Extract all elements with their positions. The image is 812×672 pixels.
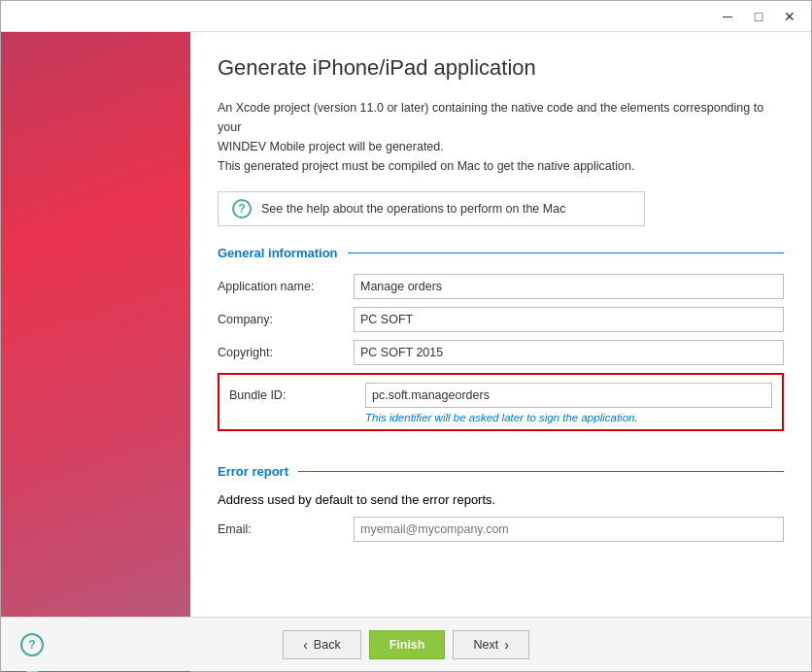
company-label: Company:	[218, 313, 354, 326]
bundle-id-input[interactable]	[365, 383, 772, 408]
app-name-row: Application name:	[218, 274, 784, 299]
error-section-title: Error report	[218, 464, 288, 479]
error-section-line	[298, 471, 784, 472]
copyright-input[interactable]	[354, 340, 784, 365]
title-bar: ─ □ ✕	[1, 1, 811, 32]
back-arrow-icon: ‹	[303, 637, 308, 653]
bundle-id-hint: This identifier will be asked later to s…	[365, 412, 772, 423]
email-label: Email:	[218, 522, 354, 536]
help-circle-icon: ?	[232, 199, 252, 218]
app-name-label: Application name:	[218, 280, 354, 293]
bundle-id-row: Bundle ID:	[229, 383, 772, 408]
close-button[interactable]: ✕	[776, 5, 803, 28]
title-bar-controls: ─ □ ✕	[714, 5, 803, 28]
company-input[interactable]	[354, 307, 784, 332]
description: An Xcode project (version 11.0 or later)…	[218, 98, 784, 176]
email-row: Email:	[218, 517, 784, 542]
maximize-button[interactable]: □	[745, 5, 772, 28]
error-report-section: Error report Address used by default to …	[218, 464, 784, 550]
email-input[interactable]	[354, 517, 784, 542]
main-window: ─ □ ✕ ? Generate iPhone/iPad application…	[0, 0, 812, 672]
error-section-header: Error report	[218, 464, 784, 479]
general-section-title: General information	[218, 246, 338, 260]
bundle-id-section: Bundle ID: This identifier will be asked…	[218, 373, 784, 431]
minimize-button[interactable]: ─	[714, 5, 741, 28]
page-title: Generate iPhone/iPad application	[218, 55, 784, 81]
general-section-line	[348, 252, 784, 253]
footer-help-icon[interactable]: ?	[20, 633, 44, 656]
sidebar: ?	[1, 32, 190, 672]
back-button[interactable]: ‹ Back	[283, 630, 360, 659]
general-section-header: General information	[218, 246, 784, 260]
help-bar[interactable]: ? See the help about the operations to p…	[218, 191, 645, 226]
company-row: Company:	[218, 307, 784, 332]
main-content: Generate iPhone/iPad application An Xcod…	[190, 32, 811, 671]
copyright-row: Copyright:	[218, 340, 784, 365]
general-info-section: General information Application name: Co…	[218, 246, 784, 445]
bundle-id-label: Bundle ID:	[229, 388, 365, 402]
help-bar-text: See the help about the operations to per…	[261, 202, 565, 216]
finish-button[interactable]: Finish	[369, 630, 446, 659]
next-button[interactable]: Next ›	[453, 630, 528, 659]
app-name-input[interactable]	[354, 274, 784, 299]
footer: ? ‹ Back Finish Next ›	[1, 617, 811, 671]
copyright-label: Copyright:	[218, 346, 354, 359]
next-arrow-icon: ›	[504, 637, 509, 653]
error-description: Address used by default to send the erro…	[218, 492, 495, 507]
